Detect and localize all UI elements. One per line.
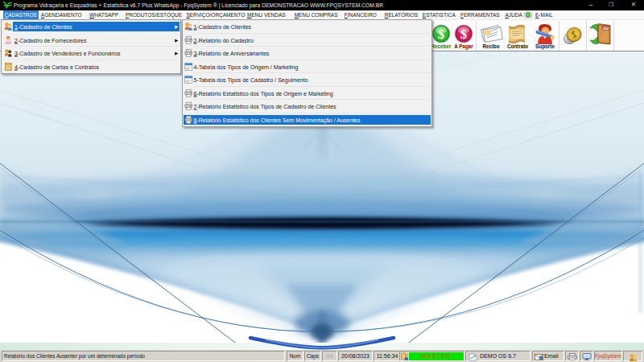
svg-text:$: $ xyxy=(460,27,467,41)
svg-text:$: $ xyxy=(438,27,444,41)
svg-text:EXIT: EXIT xyxy=(602,27,609,30)
